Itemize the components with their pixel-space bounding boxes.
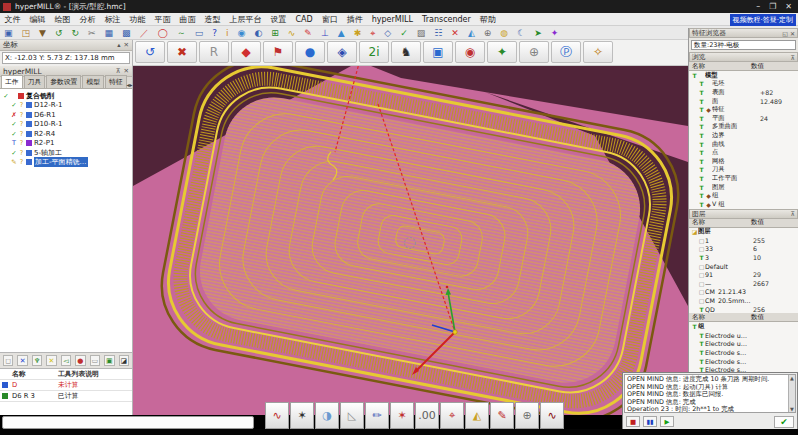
menu-item[interactable]: 文件 — [0, 14, 25, 25]
toolbar-icon[interactable]: ☾ — [517, 27, 525, 39]
status-input[interactable] — [2, 416, 254, 429]
tool-table-row[interactable]: D6 R 3 已计算 — [0, 391, 132, 402]
job-toolbar-button[interactable]: ◅ — [61, 355, 71, 366]
job-toolbar-button[interactable]: ▣ — [104, 355, 114, 366]
feature-tree-row[interactable]: T 表面 +82 — [689, 88, 798, 97]
panel-dock-icon[interactable]: ◱ — [782, 30, 788, 37]
toolbar-icon[interactable]: ↻ — [72, 27, 80, 39]
toolbar-icon[interactable]: ／ — [140, 27, 149, 39]
toolbar-button[interactable]: ⊕ — [519, 41, 549, 63]
analysis-tool-button[interactable]: .00 — [415, 402, 439, 429]
job-tree-row[interactable]: ✓ ? D12-R-1 — [2, 101, 132, 111]
toolbar-button[interactable]: 2i — [359, 41, 389, 63]
job-toolbar-button[interactable]: ◪ — [119, 355, 129, 366]
browser-tab[interactable]: 特征 — [105, 75, 127, 88]
panel-close-icon[interactable]: ✕ — [124, 41, 129, 49]
job-tree-row[interactable]: ✎ ? 加工-平面精铣… — [2, 158, 132, 168]
toolbar-icon[interactable]: ⊕ — [484, 27, 492, 39]
toolbar-icon[interactable]: ▩ — [122, 27, 131, 39]
toolbar-icon[interactable]: ◇ — [384, 27, 391, 39]
analysis-tool-button[interactable]: ✏ — [365, 402, 389, 429]
close-button[interactable]: ✕ — [785, 2, 792, 11]
analysis-tool-button[interactable]: ✶ — [390, 402, 414, 429]
toolbar-icon[interactable]: ◐ — [254, 27, 262, 39]
menu-item[interactable]: 上层平台 — [225, 14, 266, 25]
layer-tree-row[interactable]: ▢ 33 6 — [689, 245, 798, 254]
toolbar-icon[interactable]: ◯ — [158, 27, 168, 39]
menu-item[interactable]: 标注 — [100, 14, 125, 25]
layer-tree-row[interactable]: ▢ 1 255 — [689, 236, 798, 245]
analysis-tool-button[interactable]: ⌖ — [440, 402, 464, 429]
toolbar-button[interactable]: Ⓟ — [551, 41, 581, 63]
browser-tab[interactable]: 刀具 — [24, 75, 46, 88]
feature-tree-row[interactable]: T 面 12.489 — [689, 97, 798, 106]
job-tree-row[interactable]: ✓ 复合铣削 — [2, 91, 132, 101]
toolbar-button[interactable]: ↺ — [135, 41, 165, 63]
toolbar-button[interactable]: R — [199, 41, 229, 63]
job-toolbar-button[interactable]: ♆ — [32, 355, 42, 366]
panel-pin-icon[interactable]: ⊼ — [791, 210, 795, 217]
toolbar-icon[interactable]: ～ — [177, 27, 186, 39]
maximize-button[interactable]: ❐ — [769, 2, 776, 11]
menu-item[interactable]: 曲面 — [175, 14, 200, 25]
panel-close-icon[interactable]: ✕ — [790, 30, 795, 37]
toolbar-icon[interactable]: ◭ — [468, 27, 475, 39]
menu-item[interactable]: hyperMILL — [367, 15, 417, 24]
confirm-button[interactable]: ✔ — [774, 416, 794, 428]
electrode-tree-row[interactable]: T Electrode s… — [689, 357, 798, 366]
layer-tree-row[interactable]: ▢ 91 29 — [689, 270, 798, 279]
analysis-tool-button[interactable]: ⊕ — [515, 402, 539, 429]
job-tree-row[interactable]: ✗ ? D6-R1 — [2, 110, 132, 120]
feature-tree-row[interactable]: T ◆ V 组 — [689, 200, 798, 209]
toolbar-button[interactable]: ✦ — [487, 41, 517, 63]
menu-item[interactable]: CAD — [291, 15, 317, 24]
toolbar-icon[interactable]: ? — [212, 27, 217, 39]
toolbar-icon[interactable]: ▣ — [4, 27, 13, 39]
analysis-tool-button[interactable]: ◺ — [340, 402, 364, 429]
menu-item[interactable]: 窗口 — [317, 14, 342, 25]
toolbar-icon[interactable]: ▨ — [417, 27, 426, 39]
browser-tab[interactable]: 工作 — [1, 75, 23, 88]
layer-tree-row[interactable]: ▢ — 2667 — [689, 279, 798, 288]
panel-close-icon[interactable]: ✕ — [124, 67, 129, 75]
menu-item[interactable]: 平面 — [150, 14, 175, 25]
feature-tree-row[interactable]: T 刀具 — [689, 166, 798, 175]
electrode-tree-row[interactable]: T 组 — [689, 322, 798, 331]
analysis-tool-button[interactable]: ✶ — [290, 402, 314, 429]
panel-collapse-icon[interactable]: ▴ — [117, 41, 120, 49]
toolbar-button[interactable]: ▣ — [423, 41, 453, 63]
layer-tree-row[interactable]: ▢ CM_20.5mm… — [689, 296, 798, 305]
job-toolbar-button[interactable]: ✕ — [17, 355, 27, 366]
toolbar-icon[interactable]: ✂ — [88, 27, 96, 39]
toolbar-button[interactable]: ✧ — [583, 41, 613, 63]
analysis-tool-button[interactable]: ◭ — [465, 402, 489, 429]
analysis-tool-button[interactable]: ∿ — [265, 402, 289, 429]
menu-item[interactable]: 设置 — [266, 14, 291, 25]
toolbar-button[interactable]: ◆ — [231, 41, 261, 63]
feature-tree-row[interactable]: T ◆ 组 — [689, 191, 798, 200]
analysis-tool-button[interactable]: ✎ — [490, 402, 514, 429]
toolbar-icon[interactable]: ⊥ — [321, 27, 329, 39]
menu-item[interactable]: 编辑 — [25, 14, 50, 25]
toolbar-icon[interactable]: ▼ — [39, 27, 46, 39]
toolbar-icon[interactable]: ▭ — [195, 27, 204, 39]
feature-tree-row[interactable]: T 曲线 — [689, 140, 798, 149]
pause-button[interactable]: ▮▮ — [643, 416, 657, 427]
3d-viewport[interactable] — [133, 66, 688, 415]
toolbar-icon[interactable]: ◍ — [500, 27, 508, 39]
feature-tree-row[interactable]: T 平面 24 — [689, 114, 798, 123]
feature-tree-row[interactable]: T 边界 — [689, 131, 798, 140]
browser-tab[interactable]: 参数设置 — [46, 75, 81, 88]
toolbar-icon[interactable]: ◉ — [238, 27, 246, 39]
toolbar-button[interactable]: ✖ — [167, 41, 197, 63]
toolbar-icon[interactable]: ✕ — [451, 27, 459, 39]
job-toolbar-button[interactable]: ▭ — [90, 355, 100, 366]
panel-pin-icon[interactable]: ⊼ — [116, 67, 121, 75]
toolbar-icon[interactable]: ↺ — [55, 27, 63, 39]
feature-tree-row[interactable]: T 点 — [689, 148, 798, 157]
electrode-tree-row[interactable]: T Electrode u… — [689, 331, 798, 340]
toolbar-icon[interactable]: ☷ — [434, 27, 442, 39]
feature-tree-row[interactable]: T 工作平面 — [689, 174, 798, 183]
scroll-down-icon[interactable]: ▼ — [790, 406, 794, 412]
job-tree-row[interactable]: T ? R2-P1 — [2, 139, 132, 149]
